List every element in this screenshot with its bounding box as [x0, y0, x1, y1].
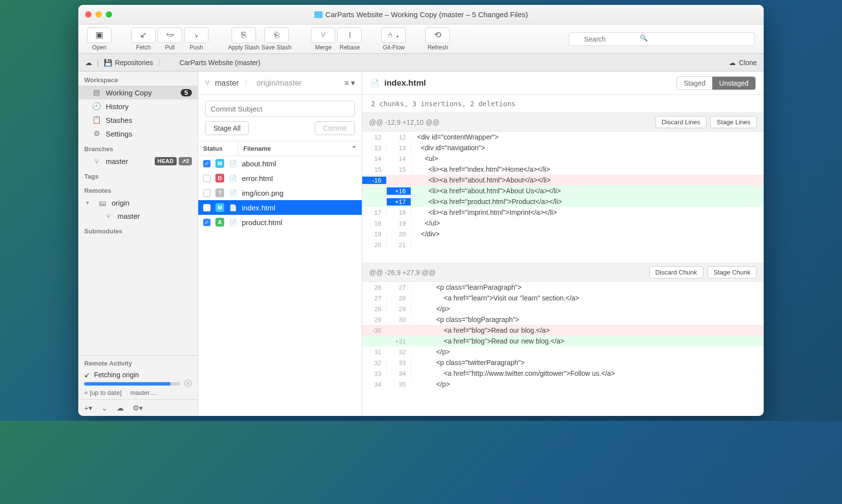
- sidebar-footer: +▾ ⌄ ☁ ⚙▾: [78, 399, 198, 416]
- breadcrumb-repositories[interactable]: 💾 Repositories: [104, 59, 153, 67]
- diff-line[interactable]: 1515 <li><a href="index.html">Home</a></…: [362, 164, 764, 175]
- stage-all-button[interactable]: Stage All: [205, 121, 249, 135]
- discard-chunk-button[interactable]: Discard Chunk: [649, 266, 703, 278]
- status-badge: ?: [215, 188, 224, 197]
- file-row[interactable]: ✓A📄product.html: [198, 215, 362, 229]
- list-view-dropdown[interactable]: ≡ ▾: [344, 78, 355, 88]
- clone-button[interactable]: ☁ Clone: [729, 59, 757, 67]
- commit-subject-input[interactable]: [205, 101, 355, 116]
- diff-line[interactable]: 1920 </div>: [362, 229, 764, 239]
- head-badge: HEAD: [155, 157, 177, 165]
- col-status[interactable]: Status: [198, 141, 238, 156]
- diff-line[interactable]: 2829 </p>: [362, 303, 764, 314]
- status-badge: D: [215, 174, 224, 183]
- gear-icon[interactable]: ⚙▾: [133, 404, 143, 412]
- file-name: error.html: [242, 174, 273, 183]
- sidebar-remote-origin[interactable]: ▾ 🖴 origin: [78, 196, 198, 209]
- stage-lines-button[interactable]: Stage Lines: [710, 116, 757, 128]
- diff-line[interactable]: 3233 <p class="twitterParagraph">: [362, 357, 764, 368]
- cancel-fetch-button[interactable]: ⓧ: [184, 379, 192, 389]
- hunk-2-header: @@ -26,9 +27,9 @@ Discard Chunk Stage Ch…: [362, 263, 764, 282]
- refresh-button[interactable]: ⟲Refresh: [425, 27, 450, 51]
- discard-lines-button[interactable]: Discard Lines: [655, 116, 707, 128]
- diff-line[interactable]: -30 <a href="blog">Read our blog.</a>: [362, 325, 764, 336]
- diff-line[interactable]: 3132 </p>: [362, 346, 764, 357]
- sidebar-branch-master[interactable]: ⑂ master HEAD ↗2: [78, 155, 198, 168]
- stage-checkbox[interactable]: [203, 175, 210, 182]
- hunk-1-header: @@ -12,9 +12,10 @@ Discard Lines Stage L…: [362, 113, 764, 132]
- section-workspace: Workspace: [78, 71, 198, 86]
- diff-line[interactable]: 1819 </ul>: [362, 218, 764, 229]
- fetch-progress-bar: [84, 382, 180, 386]
- diff-line[interactable]: 1313 <div id="navigation">: [362, 142, 764, 153]
- sidebar-item-working-copy[interactable]: ▤ Working Copy 5: [78, 86, 198, 99]
- rebase-button[interactable]: ⁞Rebase: [337, 27, 362, 51]
- sidebar: Workspace ▤ Working Copy 5 🕘History 📋Sta…: [78, 71, 198, 416]
- branch-icon: ⑂: [205, 79, 210, 88]
- tab-staged[interactable]: Staged: [677, 77, 712, 90]
- sidebar-item-stashes[interactable]: 📋Stashes: [78, 113, 198, 127]
- file-row[interactable]: ?📄img/icon.png: [198, 185, 362, 200]
- diff-line[interactable]: 2930 <p class="blogParagraph">: [362, 314, 764, 325]
- diff-line[interactable]: +31 <a href="blog">Read our new blog.</a…: [362, 336, 764, 346]
- cloud-icon[interactable]: ☁: [117, 404, 124, 412]
- diff-line[interactable]: +17 <li><a href="product.html">Product</…: [362, 196, 764, 207]
- search-field[interactable]: [569, 32, 755, 46]
- branch-breadcrumb: ⑂ master 〉 origin/master ≡ ▾: [198, 71, 362, 95]
- section-submodules: Submodules: [78, 223, 198, 237]
- file-row[interactable]: D📄error.html: [198, 171, 362, 185]
- tab-unstaged[interactable]: Unstaged: [712, 77, 755, 90]
- diff-line[interactable]: 2021: [362, 239, 764, 250]
- current-branch[interactable]: master: [215, 79, 239, 88]
- merge-button[interactable]: ⑂Merge: [311, 27, 335, 51]
- clock-icon: 🕘: [92, 102, 101, 111]
- sidebar-item-settings[interactable]: ⚙Settings: [78, 127, 198, 140]
- staged-unstaged-toggle[interactable]: Staged Unstaged: [677, 76, 756, 90]
- diff-line[interactable]: 1414 <ul>: [362, 153, 764, 164]
- folder-icon: ▤: [92, 88, 101, 97]
- file-icon: 📄: [229, 160, 237, 167]
- apply-stash-button[interactable]: ⎘Apply Stash: [228, 27, 259, 51]
- app-window: CarParts Website – Working Copy (master …: [78, 5, 764, 416]
- sidebar-item-history[interactable]: 🕘History: [78, 99, 198, 113]
- file-name: img/icon.png: [242, 189, 283, 197]
- breadcrumb-repo[interactable]: CarParts Website (master): [169, 59, 260, 67]
- commit-button[interactable]: Commit: [315, 121, 355, 135]
- stage-checkbox[interactable]: ✓: [203, 219, 210, 226]
- diff-line[interactable]: 1718 <li><a href="imprint.html">Imprint<…: [362, 207, 764, 218]
- file-row[interactable]: ✓M📄about.html: [198, 156, 362, 171]
- file-table-header: Status Filename⌃: [198, 141, 362, 156]
- save-stash-button[interactable]: ⎗Save Stash: [261, 27, 291, 51]
- sidebar-remote-branch-master[interactable]: ⑂ master: [78, 209, 198, 223]
- diff-line[interactable]: 1212<div id="contentWrapper">: [362, 132, 764, 142]
- fetch-button[interactable]: ↙Fetch: [131, 27, 156, 51]
- diff-line[interactable]: -16 <li><a href="about.html">About</a></…: [362, 175, 764, 185]
- stage-chunk-button[interactable]: Stage Chunk: [707, 266, 757, 278]
- diff-line[interactable]: 2627 <p class="learnParagraph">: [362, 282, 764, 293]
- diff-line[interactable]: +16 <li><a href="about.html">About Us</a…: [362, 185, 764, 196]
- search-input[interactable]: [569, 32, 755, 46]
- fetch-icon: ↙: [84, 371, 90, 379]
- ahead-badge: ↗2: [179, 157, 192, 165]
- upstream-branch[interactable]: origin/master: [257, 79, 302, 88]
- stage-checkbox[interactable]: ✓: [203, 160, 210, 167]
- sort-icon[interactable]: ⌃: [351, 145, 357, 152]
- push-button[interactable]: ⭏Push: [184, 27, 209, 51]
- file-list-panel: ⑂ master 〉 origin/master ≡ ▾ Stage All C…: [198, 71, 362, 416]
- chevron-down-icon[interactable]: ▾: [86, 200, 91, 206]
- diff-filename: index.html: [384, 78, 426, 88]
- pull-button[interactable]: ⭋Pull: [158, 27, 182, 51]
- terminal-icon[interactable]: ⌄: [101, 404, 108, 412]
- cloud-icon[interactable]: ☁: [85, 59, 92, 67]
- diff-line[interactable]: 2728 <a href="learn">Visit our "learn" s…: [362, 293, 764, 303]
- col-filename[interactable]: Filename⌃: [238, 141, 362, 156]
- add-button[interactable]: +▾: [84, 404, 93, 412]
- branch-icon: ⑂: [92, 157, 101, 165]
- stage-checkbox[interactable]: [203, 189, 210, 197]
- gitflow-button[interactable]: ⑃ ▾Git-Flow: [381, 27, 406, 51]
- diff-line[interactable]: 3334 <a href="http://www.twitter.com/git…: [362, 368, 764, 379]
- file-row[interactable]: M📄index.html: [198, 200, 362, 215]
- diff-line[interactable]: 3435 </p>: [362, 379, 764, 389]
- open-button[interactable]: ▣Open: [87, 27, 112, 51]
- stage-checkbox[interactable]: [203, 204, 210, 211]
